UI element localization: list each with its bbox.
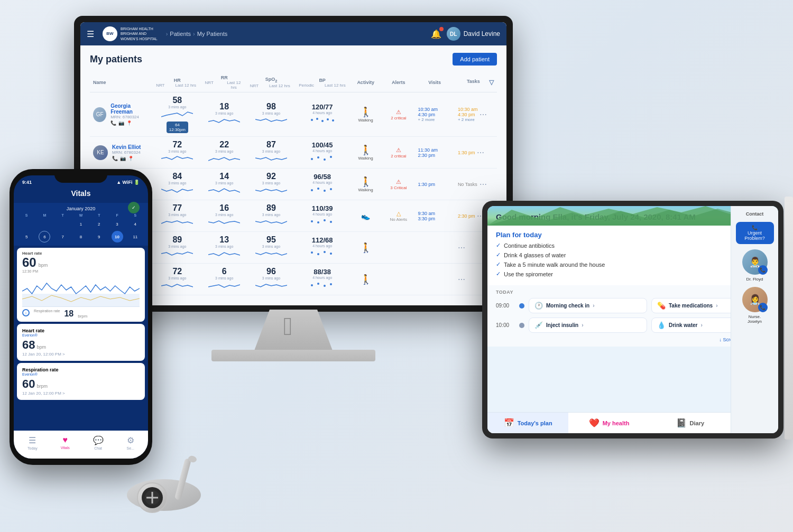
tab-todays-plan[interactable]: 📅 Today's plan	[487, 413, 568, 433]
ipad-device: Good morning Ella, it's Friday, July 24,…	[482, 201, 783, 438]
svg-point-10	[317, 188, 319, 190]
morning-checkin-task[interactable]: 🕐 Morning check in ›	[529, 298, 647, 313]
info-icon[interactable]: i	[22, 309, 30, 316]
logo-text: BRIGHAM HEALTHBRIGHAM ANDWOMEN'S HOSPITA…	[121, 26, 158, 41]
avatar: DL	[447, 27, 460, 41]
svg-point-12	[330, 188, 332, 190]
svg-point-23	[324, 285, 326, 287]
apple-logo: 	[283, 312, 293, 341]
doctor-name: Dr. Floyd	[746, 277, 763, 282]
schedule-day-label: TODAY	[496, 290, 770, 295]
user-menu[interactable]: DL David Levine	[447, 27, 500, 41]
svg-point-7	[324, 158, 326, 161]
scroll-hint: ↓ Scroll to see more	[496, 337, 770, 342]
rr-label: Respiration rate	[22, 367, 140, 372]
wearable-svg	[111, 447, 217, 516]
plan-item-3: ✓ Take a 5 minute walk around the house	[496, 261, 770, 268]
nav-bar: ☰ BW BRIGHAM HEALTHBRIGHAM ANDWOMEN'S HO…	[80, 22, 506, 45]
plan-item-2: ✓ Drink 4 glasses of water	[496, 251, 770, 258]
breadcrumb-patients[interactable]: Patients	[170, 31, 191, 37]
doctor-call-icon[interactable]: 📞	[758, 265, 768, 275]
heart-rate-section: Heart rate Everion® 68 bpm 12 Jan 20, 12…	[17, 324, 145, 361]
patient-name[interactable]: Kevin Elliot	[112, 144, 141, 150]
breadcrumb-my-patients[interactable]: My Patients	[197, 31, 227, 37]
imac-stand	[254, 310, 333, 352]
nav-vitals[interactable]: ♥ Vitals	[61, 435, 70, 450]
heart-rate-chart-section: Heart rate 60 bpm 12:30 PM i Respiration…	[17, 248, 145, 322]
col-spo2: SpO2 NRTLast 12 hrs	[247, 73, 296, 92]
medications-label: Take medications	[669, 303, 713, 309]
svg-point-9	[311, 189, 313, 191]
svg-point-3	[327, 118, 329, 120]
table-row[interactable]: KE Kevin Elliot MRN: 6780324 📞📷📍 72	[90, 137, 497, 169]
respiration-rate-section: Respiration rate Everion® 60 brpm 12 Jan…	[17, 363, 145, 400]
imac-base	[211, 350, 375, 361]
wearable-device	[111, 447, 196, 511]
svg-point-4	[332, 119, 334, 122]
col-hr: HR NRTLast 12 hrs	[153, 73, 201, 92]
svg-rect-25	[22, 294, 140, 307]
svg-point-8	[330, 156, 332, 158]
notification-bell[interactable]: 🔔	[431, 29, 441, 39]
svg-point-6	[317, 156, 319, 158]
schedule-row-0900: 09:00 🕐 Morning check in › 💊 Take medica…	[496, 298, 770, 313]
rr-value: 60	[22, 377, 35, 391]
insulin-icon: 💉	[534, 321, 543, 329]
diary-icon: 📓	[676, 418, 687, 428]
svg-point-2	[321, 120, 324, 122]
medications-icon: 💊	[657, 302, 666, 310]
nav-today[interactable]: ☰ Today	[27, 435, 38, 450]
table-row[interactable]: GF Georgia Freeman MRN: 6780324 📞📷📍	[90, 92, 497, 137]
add-patient-button[interactable]: Add patient	[453, 53, 497, 66]
svg-point-22	[317, 283, 319, 285]
doctor-avatar: 👨‍⚕️ 📞	[742, 249, 768, 275]
vitals-title: Vitals	[71, 189, 90, 198]
svg-point-1	[316, 118, 318, 120]
svg-point-24	[330, 283, 332, 285]
hr-device: Everion®	[22, 333, 44, 337]
contact-label: Contact	[746, 211, 764, 217]
col-alerts: Alerts	[382, 73, 414, 92]
col-bp: BP PeriodicLast 12 hrs	[296, 73, 349, 92]
ipad-pencil	[785, 197, 793, 440]
ipad-bottom-tabs: 📅 Today's plan ❤️ My health 📓 Diary	[487, 412, 731, 433]
my-health-label: My health	[603, 420, 630, 426]
breadcrumb: › Patients › My Patients	[166, 31, 228, 37]
col-visits: Visits	[414, 73, 454, 92]
nurse-card: 👩‍⚕️ 📞 Nurse.Joselyn	[736, 287, 774, 324]
todays-plan-icon: 📅	[504, 418, 514, 428]
nav-chat[interactable]: 💬 Chat	[93, 435, 104, 450]
nurse-avatar: 👩‍⚕️ 📞	[742, 287, 768, 312]
patient-mrn: MRN: 6780324	[112, 150, 141, 155]
iphone-header-title: Vitals	[14, 187, 148, 201]
resp-rate-chart-value: 18	[64, 309, 73, 319]
hr-timestamp[interactable]: 12 Jan 20, 12:00 PM >	[22, 352, 140, 357]
col-tasks: Tasks ▽	[455, 73, 497, 92]
notification-badge	[439, 27, 444, 31]
urgent-problem-button[interactable]: 📞UrgentProblem?	[736, 222, 774, 244]
svg-point-21	[311, 284, 313, 286]
hamburger-icon[interactable]: ☰	[87, 29, 94, 39]
patient-name[interactable]: Georgia Freeman	[110, 103, 150, 115]
contact-sidebar: Contact 📞UrgentProblem? 👨‍⚕️ 📞 Dr. Floyd…	[731, 206, 778, 433]
vitals-action-icon[interactable]: ✓	[128, 202, 140, 213]
tab-my-health[interactable]: ❤️ My health	[568, 413, 649, 433]
svg-point-20	[330, 253, 332, 255]
iphone-device: 9:41 ▲ WiFi 🔋 Vitals ✓ January 2020 S M …	[10, 169, 152, 465]
svg-point-14	[317, 221, 319, 223]
inject-insulin-task[interactable]: 💉 Inject insulin ›	[529, 318, 647, 333]
plan-title: Plan for today	[496, 231, 770, 239]
iphone-notch	[54, 169, 107, 183]
hr-value: 68	[22, 338, 35, 352]
logo-icon: BW	[103, 26, 117, 41]
calendar-month: January 2020	[18, 206, 144, 211]
heart-rate-label: Heart rate	[22, 251, 140, 256]
status-icons: ▲ WiFi 🔋	[116, 180, 140, 185]
tab-diary[interactable]: 📓 Diary	[650, 413, 731, 433]
patient-avatar: KE	[93, 145, 108, 160]
plan-item-4: ✓ Use the spirometer	[496, 270, 770, 277]
checkin-icon: 🕐	[534, 302, 543, 310]
nurse-call-icon[interactable]: 📞	[758, 303, 768, 312]
rr-timestamp[interactable]: 12 Jan 20, 12:00 PM >	[22, 391, 140, 396]
schedule-row-1000: 10:00 💉 Inject insulin › 💧 Drink water ›	[496, 318, 770, 333]
